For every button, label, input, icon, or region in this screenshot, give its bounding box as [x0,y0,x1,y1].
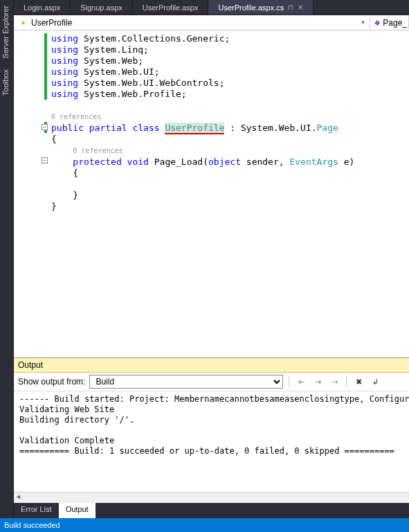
tab-label: Login.aspx [24,3,60,12]
tab-label: UserProfile.aspx [143,3,199,12]
status-text: Build succeeded [4,521,60,529]
code-content[interactable]: using System.Collections.Generic; using … [47,30,409,357]
tab-output[interactable]: Output [59,503,96,518]
prev-message-icon[interactable]: ⇤ [295,375,307,388]
separator [346,376,347,387]
nav-type-dropdown[interactable]: 🔸 UserProfile ▼ [14,17,370,29]
change-bar [44,33,47,100]
bottom-tool-tabs: Error List Output [14,503,409,518]
tab-login[interactable]: Login.aspx [14,0,71,15]
separator [289,376,289,387]
method-icon: ◆ [374,18,380,27]
output-title: Output [14,358,409,373]
nav-member-label: Page_ [383,18,407,28]
editor-gutter: − − [14,30,47,357]
tab-error-list[interactable]: Error List [14,503,59,518]
fold-toggle[interactable]: − [42,124,48,130]
output-text[interactable]: ------ Build started: Project: Membernam… [14,391,409,492]
goto-message-icon[interactable]: ⇢ [328,375,340,388]
wrap-icon[interactable]: ↲ [369,375,381,388]
class-icon: 🔸 [18,18,28,28]
side-tab-server-explorer[interactable]: Server Explorer [0,0,13,64]
tab-userprofile-aspx[interactable]: UserProfile.aspx [133,0,209,15]
pin-icon[interactable]: ⊓ [288,3,293,11]
side-tool-tabs: Server Explorer Toolbox [0,0,14,518]
codelens[interactable]: 0 references [73,147,122,154]
side-tab-toolbox[interactable]: Toolbox [0,64,13,101]
close-icon[interactable]: ✕ [298,3,303,11]
nav-member-dropdown[interactable]: ◆ Page_ [370,17,409,29]
tab-label: UserProfile.aspx.cs [218,3,284,12]
nav-type-label: UserProfile [31,18,72,28]
output-toolbar: Show output from: Build ⇤ ⇥ ⇢ ✖ ↲ [14,373,409,391]
output-hscroll[interactable] [14,492,409,503]
tab-signup[interactable]: Signup.aspx [71,0,133,15]
output-source-select[interactable]: Build [89,375,283,389]
clear-all-icon[interactable]: ✖ [352,375,365,388]
output-source-label: Show output from: [18,377,85,387]
chevron-down-icon: ▼ [360,19,365,26]
code-editor[interactable]: − − using System.Collections.Generic; us… [14,30,409,357]
next-message-icon[interactable]: ⇥ [311,375,324,388]
tab-userprofile-cs[interactable]: UserProfile.aspx.cs ⊓ ✕ [208,0,313,15]
tab-label: Signup.aspx [80,3,122,12]
document-tabs: Login.aspx Signup.aspx UserProfile.aspx … [14,0,409,15]
codelens[interactable]: 0 references [51,113,101,121]
fold-toggle[interactable]: − [42,157,48,163]
output-panel: Output Show output from: Build ⇤ ⇥ ⇢ ✖ ↲… [14,357,409,503]
status-bar: Build succeeded [0,518,409,532]
nav-bar: 🔸 UserProfile ▼ ◆ Page_ [14,15,409,30]
